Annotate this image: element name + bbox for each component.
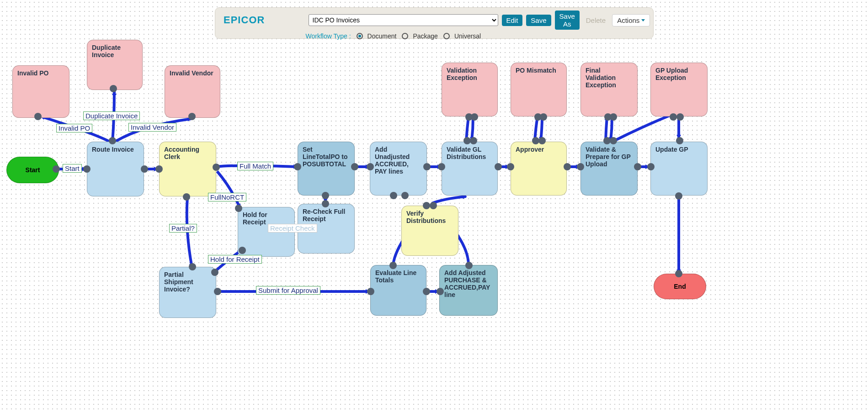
node-invalid-po[interactable]: Invalid PO (12, 65, 69, 118)
port[interactable] (438, 163, 445, 170)
port[interactable] (322, 192, 329, 199)
node-validate-prepare[interactable]: Validate & Prepare for GP Upload (580, 142, 638, 196)
port[interactable] (213, 164, 220, 171)
port[interactable] (577, 163, 584, 170)
port[interactable] (465, 262, 473, 269)
node-evaluate-line-totals[interactable]: Evaluate Line Totals (370, 265, 426, 316)
port[interactable] (675, 192, 682, 200)
delete-link: Delete (583, 16, 608, 24)
port[interactable] (430, 202, 437, 209)
port[interactable] (235, 205, 242, 212)
svg-text:EPICOR: EPICOR (224, 14, 265, 26)
port[interactable] (670, 113, 677, 121)
port[interactable] (214, 288, 221, 295)
node-validate-gl[interactable]: Validate GL Distributions (442, 142, 498, 196)
edge-label-full-no-rct[interactable]: FullNoRCT (208, 193, 246, 201)
node-po-mismatch[interactable]: PO Mismatch (511, 63, 567, 116)
port[interactable] (53, 165, 60, 173)
node-accounting-clerk[interactable]: Accounting Clerk (159, 142, 216, 196)
port[interactable] (401, 192, 409, 199)
port[interactable] (564, 163, 571, 170)
port[interactable] (495, 163, 502, 170)
port[interactable] (110, 85, 117, 92)
port[interactable] (423, 202, 430, 209)
toolbar: EPICOR IDC PO Invoices Edit Save Save As… (215, 7, 654, 39)
port[interactable] (423, 288, 430, 295)
node-set-linetotal[interactable]: Set LineTotalPO to POSUBTOTAL (298, 142, 355, 196)
node-route-invoice[interactable]: Route Invoice (87, 142, 144, 196)
port[interactable] (437, 288, 444, 295)
node-validation-exception[interactable]: Validation Exception (442, 63, 498, 116)
port[interactable] (109, 137, 116, 144)
radio-universal-label: Universal (454, 32, 481, 40)
actions-label: Actions (617, 16, 639, 24)
node-update-gp[interactable]: Update GP (650, 142, 708, 196)
port[interactable] (367, 288, 374, 295)
edge-label-hold-for-receipt[interactable]: Hold for Receipt (208, 255, 262, 264)
port[interactable] (189, 263, 196, 270)
node-approver[interactable]: Approver (511, 142, 567, 196)
port[interactable] (676, 137, 683, 144)
port[interactable] (83, 165, 91, 173)
port[interactable] (423, 163, 431, 170)
actions-dropdown[interactable]: Actions (612, 14, 650, 26)
node-add-adjusted[interactable]: Add Adjusted PURCHASE & ACCRUED,PAY line (439, 265, 498, 316)
edge-label-full-match[interactable]: Full Match (237, 162, 273, 170)
port[interactable] (470, 137, 477, 144)
edge-label-submit-approval[interactable]: Submit for Approval (256, 286, 320, 295)
edge-label-start[interactable]: Start (63, 164, 82, 173)
port[interactable] (294, 163, 301, 170)
port[interactable] (390, 192, 397, 199)
save-button[interactable]: Save (526, 15, 551, 26)
port[interactable] (538, 137, 546, 144)
node-invalid-vendor[interactable]: Invalid Vendor (165, 65, 220, 118)
port[interactable] (188, 113, 196, 120)
port[interactable] (540, 113, 547, 121)
node-add-unadjusted[interactable]: Add Unadjusted ACCRUED, PAY lines (370, 142, 427, 196)
port[interactable] (634, 163, 641, 170)
brand-logo: EPICOR (224, 13, 298, 27)
port[interactable] (351, 163, 358, 170)
port[interactable] (239, 247, 246, 254)
edge-label-invalid-po[interactable]: Invalid PO (56, 124, 92, 132)
edge-label-partial[interactable]: Partial? (169, 224, 197, 233)
port[interactable] (610, 113, 617, 121)
port[interactable] (211, 269, 218, 276)
port[interactable] (647, 163, 655, 170)
node-partial-shipment[interactable]: Partial Shipment Invoice? (159, 267, 216, 318)
node-duplicate-invoice[interactable]: Duplicate Invoice (87, 40, 143, 90)
edge-label-invalid-vendor[interactable]: Invalid Vendor (128, 123, 176, 132)
port[interactable] (367, 163, 374, 170)
port[interactable] (471, 113, 478, 121)
workflow-select[interactable]: IDC PO Invoices (309, 14, 498, 26)
edit-button[interactable]: Edit (502, 15, 523, 26)
node-end[interactable]: End (654, 274, 706, 299)
port[interactable] (389, 262, 397, 269)
node-gp-upload-exception[interactable]: GP Upload Exception (650, 63, 708, 116)
port[interactable] (183, 193, 190, 201)
workflow-canvas[interactable]: Invalid PO Duplicate Invoice Invalid Ven… (0, 0, 868, 413)
chevron-down-icon (641, 19, 645, 21)
port[interactable] (322, 200, 329, 207)
node-start[interactable]: Start (6, 157, 59, 183)
edge-label-duplicate-invoice[interactable]: Duplicate Invoice (83, 111, 140, 120)
node-verify-distributions[interactable]: Verify Distributions (401, 206, 458, 256)
save-as-button[interactable]: Save As (555, 11, 580, 30)
radio-document[interactable] (357, 33, 363, 39)
port[interactable] (507, 163, 514, 170)
port[interactable] (155, 165, 163, 173)
workflow-type-label: Workflow Type : (306, 32, 351, 40)
port[interactable] (610, 137, 617, 144)
edge-label-receipt-check[interactable]: Receipt Check (268, 224, 317, 233)
radio-package[interactable] (402, 33, 408, 39)
port[interactable] (675, 270, 682, 277)
radio-document-label: Document (367, 32, 397, 40)
port[interactable] (34, 113, 42, 120)
port[interactable] (676, 113, 684, 121)
radio-universal[interactable] (443, 33, 450, 39)
node-final-validation-exception[interactable]: Final Validation Exception (580, 63, 638, 116)
port[interactable] (141, 165, 148, 173)
radio-package-label: Package (413, 32, 437, 40)
